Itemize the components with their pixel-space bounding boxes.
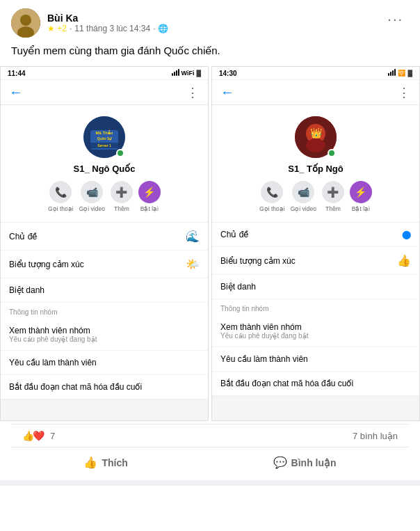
right-request-text: Yêu cầu làm thành viên	[220, 354, 308, 364]
heart-emoji: ❤️	[33, 430, 45, 441]
left-mute-icon: ⚡	[138, 181, 161, 203]
post-text: Tuyển mem cùng tham gia đánh Quốc chiến.	[11, 43, 409, 58]
right-video-icon: 📹	[292, 181, 314, 203]
like-thumb-icon: 👍	[83, 456, 97, 469]
right-members-sub: Yêu cầu phê duyệt đang bật	[220, 332, 308, 340]
right-action-buttons: 📞 Gọi thoại 📹 Gọi video ➕ Thêm ⚡ Bật lại	[218, 181, 414, 212]
right-battery: ▓	[407, 70, 412, 77]
post-meta: Bùi Ka ★ +2 · 11 tháng 3 lúc 14:34 · 🌐	[47, 13, 168, 33]
reaction-bar: 👍 ❤️ 7 7 bình luận	[11, 424, 409, 447]
left-call-icon: 📞	[49, 181, 72, 203]
reaction-emojis: 👍 ❤️	[22, 430, 43, 441]
left-call-label: Gọi thoại	[48, 205, 74, 212]
svg-point-1	[20, 15, 31, 26]
right-mute-label: Bật lại	[352, 205, 370, 212]
post-date: 11 tháng 3 lúc 14:34	[74, 24, 150, 33]
left-status-right: WiFi ▓	[172, 69, 201, 77]
left-video-icon: 📹	[81, 181, 103, 203]
left-menu-theme[interactable]: Chủ đề 🌊	[1, 223, 208, 251]
left-members-info: Xem thành viên nhóm Yêu cầu phê duyệt đa…	[9, 326, 97, 343]
left-video-label: Gọi video	[79, 205, 105, 212]
right-add-btn[interactable]: ➕ Thêm	[322, 181, 344, 212]
right-video-btn[interactable]: 📹 Gọi video	[291, 181, 316, 212]
left-online-dot	[116, 149, 124, 157]
post-header-left: Bùi Ka ★ +2 · 11 tháng 3 lúc 14:34 · 🌐	[11, 8, 168, 38]
left-encrypt-text: Bắt đầu đoạn chat mã hóa đầu cuối	[9, 382, 142, 392]
right-time: 14:30	[219, 70, 237, 77]
right-menu-emoji[interactable]: Biểu tượng cảm xúc 👍	[212, 247, 419, 275]
right-menu-request[interactable]: Yêu cầu làm thành viên	[212, 347, 419, 372]
post-author[interactable]: Bùi Ka	[47, 13, 168, 24]
right-profile-section: 👑 S1_ Tốp Ngô 📞 Gọi thoại 📹 Gọi video	[212, 105, 419, 223]
svg-text:Mã Thần: Mã Thần	[96, 129, 113, 135]
like-label: Thích	[102, 457, 127, 468]
left-group-header: Thông tin nhóm	[1, 303, 208, 319]
left-add-icon: ➕	[111, 181, 133, 203]
left-battery: ▓	[196, 70, 201, 77]
left-add-label: Thêm	[114, 205, 129, 212]
comments-count[interactable]: 7 bình luận	[353, 431, 398, 441]
right-online-dot	[328, 149, 336, 157]
left-bottom-fade	[1, 399, 208, 420]
left-members-text: Xem thành viên nhóm	[9, 326, 97, 335]
left-header-more[interactable]: ⋮	[186, 85, 200, 100]
left-menu-nickname[interactable]: Biệt danh	[1, 278, 208, 303]
left-emoji-icon: 🌤️	[186, 257, 200, 271]
right-call-btn[interactable]: 📞 Gọi thoại	[259, 181, 285, 212]
left-action-buttons: 📞 Gọi thoại 📹 Gọi video ➕ Thêm ⚡ Bật lại	[6, 181, 202, 212]
svg-text:Server 1: Server 1	[97, 143, 111, 148]
left-mute-btn[interactable]: ⚡ Bật lại	[138, 181, 161, 212]
left-menu-members[interactable]: Xem thành viên nhóm Yêu cầu phê duyệt đa…	[1, 319, 208, 351]
reaction-count[interactable]: 7	[50, 431, 55, 441]
left-nickname-text: Biệt danh	[9, 285, 45, 295]
left-menu-encrypt[interactable]: Bắt đầu đoạn chat mã hóa đầu cuối	[1, 375, 208, 399]
right-call-icon: 📞	[261, 181, 283, 203]
left-profile-name: S1_ Ngô Quốc	[74, 164, 136, 174]
comment-bubble-icon: 💬	[273, 456, 287, 469]
right-menu-members[interactable]: Xem thành viên nhóm Yêu cầu phê duyệt đa…	[212, 315, 419, 347]
right-theme-text: Chủ đề	[220, 230, 248, 239]
right-wifi: 🛜	[398, 70, 405, 77]
post-info: ★ +2 · 11 tháng 3 lúc 14:34 · 🌐	[47, 24, 168, 33]
left-profile-section: Mã Thần Quân Sự Server 1 S1_ Ngô Quốc 📞 …	[1, 105, 208, 223]
like-button[interactable]: 👍 Thích	[72, 450, 138, 475]
star-badge: ★ +2	[47, 24, 67, 33]
right-add-icon: ➕	[322, 181, 344, 203]
left-request-text: Yêu cầu làm thành viên	[9, 358, 97, 367]
more-options-button[interactable]: ···	[382, 8, 409, 30]
left-signal	[172, 69, 179, 77]
left-video-btn[interactable]: 📹 Gọi video	[79, 181, 105, 212]
svg-text:👑: 👑	[310, 127, 323, 139]
right-group-header: Thông tin nhóm	[212, 299, 419, 315]
left-menu-emoji[interactable]: Biểu tượng cảm xúc 🌤️	[1, 251, 208, 278]
avatar[interactable]	[11, 8, 40, 38]
right-back-button[interactable]: ←	[220, 84, 234, 100]
right-mute-btn[interactable]: ⚡ Bật lại	[350, 181, 372, 212]
left-back-button[interactable]: ←	[9, 84, 23, 100]
left-call-btn[interactable]: 📞 Gọi thoại	[48, 181, 74, 212]
right-menu-theme[interactable]: Chủ đề ⬤	[212, 223, 419, 247]
right-menu-encrypt[interactable]: Bắt đầu đoạn chat mã hóa đầu cuối	[212, 372, 419, 396]
comment-button[interactable]: 💬 Bình luận	[262, 450, 348, 475]
svg-text:Quân Sự: Quân Sự	[97, 136, 113, 141]
left-emoji-text: Biểu tượng cảm xúc	[9, 260, 84, 269]
right-header-more[interactable]: ⋮	[398, 85, 411, 100]
left-screenshot: 11:44 WiFi ▓ ← ⋮	[0, 66, 209, 421]
right-messenger-header: ← ⋮	[212, 80, 419, 105]
left-mute-label: Bật lại	[140, 205, 159, 212]
left-time: 11:44	[8, 70, 26, 77]
right-menu-nickname[interactable]: Biệt danh	[212, 275, 419, 299]
left-add-btn[interactable]: ➕ Thêm	[111, 181, 133, 212]
right-video-label: Gọi video	[291, 205, 316, 212]
right-encrypt-text: Bắt đầu đoạn chat mã hóa đầu cuối	[220, 379, 353, 388]
avatar-image	[11, 8, 40, 38]
right-menu-section: Chủ đề ⬤ Biểu tượng cảm xúc 👍 Biệt danh …	[212, 223, 419, 417]
right-signal	[388, 69, 396, 77]
left-menu-request[interactable]: Yêu cầu làm thành viên	[1, 351, 208, 375]
reactions-left: 👍 ❤️ 7	[22, 430, 55, 441]
left-profile-avatar: Mã Thần Quân Sự Server 1	[83, 116, 125, 158]
right-nickname-text: Biệt danh	[220, 282, 256, 292]
action-bar: 👍 Thích 💬 Bình luận	[11, 447, 409, 480]
right-screenshot: 14:30 🛜 ▓ ← ⋮	[211, 66, 420, 421]
facebook-post: Bùi Ka ★ +2 · 11 tháng 3 lúc 14:34 · 🌐 ·…	[0, 0, 420, 486]
